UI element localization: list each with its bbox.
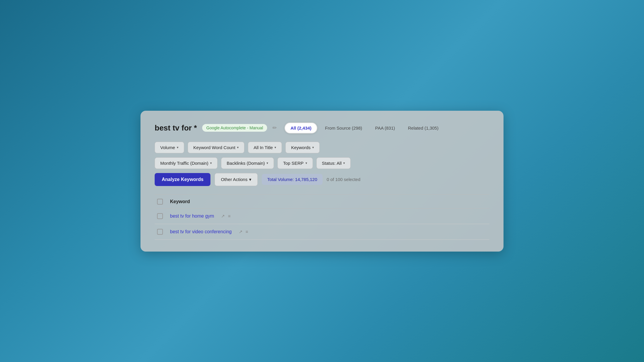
main-card: best tv for * Google Autocomplete - Manu… [140, 111, 504, 252]
chevron-icon: ▾ [210, 161, 212, 165]
select-all-checkbox[interactable] [157, 199, 163, 205]
total-volume-badge: Total Volume: 14,785,120 [262, 174, 322, 185]
source-badge: Google Autocomplete - Manual [202, 124, 267, 132]
filter-status[interactable]: Status: All ▾ [316, 157, 351, 169]
action-row: Analyze Keywords Other Actions ▾ Total V… [155, 173, 489, 186]
filter-volume-label: Volume [160, 145, 175, 150]
row-checkbox-col [155, 213, 165, 219]
chevron-icon: ▾ [274, 146, 276, 149]
edit-icon[interactable]: ✏ [272, 125, 277, 131]
filter-all-in-title-label: All In Title [254, 145, 273, 150]
header-checkbox-col [155, 199, 165, 205]
tab-paa[interactable]: PAA (831) [370, 123, 400, 133]
filter-keyword-word-count[interactable]: Keyword Word Count ▾ [188, 142, 244, 153]
filter-row-1: Volume ▾ Keyword Word Count ▾ All In Tit… [155, 142, 489, 153]
table-row: best tv for video conferencing ↗ ≡ [155, 224, 489, 240]
header-row: best tv for * Google Autocomplete - Manu… [155, 123, 489, 133]
filter-keywords-label: Keywords [291, 145, 310, 150]
chevron-icon: ▾ [177, 146, 179, 149]
chevron-icon: ▾ [267, 161, 268, 165]
chevron-icon: ▾ [343, 161, 345, 165]
row-checkbox[interactable] [157, 229, 163, 235]
row-actions: ↗ ≡ [239, 229, 248, 234]
row-checkbox-col [155, 229, 165, 235]
filter-top-serp[interactable]: Top SERP ▾ [277, 157, 313, 169]
filter-row-2: Monthly Traffic (Domain) ▾ Backlinks (Do… [155, 157, 489, 169]
chevron-icon: ▾ [312, 146, 314, 149]
filter-status-label: Status: All [322, 161, 342, 166]
keyword-table: Keyword best tv for home gym ↗ ≡ best tv… [155, 194, 489, 240]
chevron-icon: ▾ [237, 146, 239, 149]
selected-count: 0 of 100 selected [327, 177, 360, 182]
menu-icon[interactable]: ≡ [246, 229, 248, 234]
other-actions-button[interactable]: Other Actions ▾ [215, 173, 258, 186]
other-actions-label: Other Actions [221, 177, 247, 182]
table-row: best tv for home gym ↗ ≡ [155, 208, 489, 224]
external-link-icon[interactable]: ↗ [239, 229, 243, 234]
keyword-link[interactable]: best tv for home gym [170, 213, 214, 219]
external-link-icon[interactable]: ↗ [221, 213, 225, 219]
row-checkbox[interactable] [157, 213, 163, 219]
filter-volume[interactable]: Volume ▾ [155, 142, 184, 153]
tab-all[interactable]: All (2,434) [285, 123, 317, 133]
filter-top-serp-label: Top SERP [283, 161, 303, 166]
filter-all-in-title[interactable]: All In Title ▾ [248, 142, 282, 153]
column-header-keyword: Keyword [170, 199, 190, 204]
other-actions-chevron-icon: ▾ [249, 177, 251, 182]
analyze-keywords-button[interactable]: Analyze Keywords [155, 173, 210, 186]
tab-related[interactable]: Related (1,305) [403, 123, 444, 133]
tab-from-source[interactable]: From Source (298) [320, 123, 367, 133]
filter-keyword-word-count-label: Keyword Word Count [193, 145, 235, 150]
row-actions: ↗ ≡ [221, 213, 231, 219]
filter-keywords[interactable]: Keywords ▾ [285, 142, 320, 153]
table-header: Keyword [155, 195, 489, 208]
filter-monthly-traffic[interactable]: Monthly Traffic (Domain) ▾ [155, 157, 218, 169]
filter-backlinks[interactable]: Backlinks (Domain) ▾ [221, 157, 274, 169]
filter-monthly-traffic-label: Monthly Traffic (Domain) [160, 161, 208, 166]
search-title: best tv for * [155, 123, 197, 133]
filter-backlinks-label: Backlinks (Domain) [227, 161, 265, 166]
chevron-icon: ▾ [305, 161, 307, 165]
menu-icon[interactable]: ≡ [228, 213, 231, 218]
keyword-link[interactable]: best tv for video conferencing [170, 229, 232, 234]
tab-group: All (2,434) From Source (298) PAA (831) … [285, 123, 444, 133]
